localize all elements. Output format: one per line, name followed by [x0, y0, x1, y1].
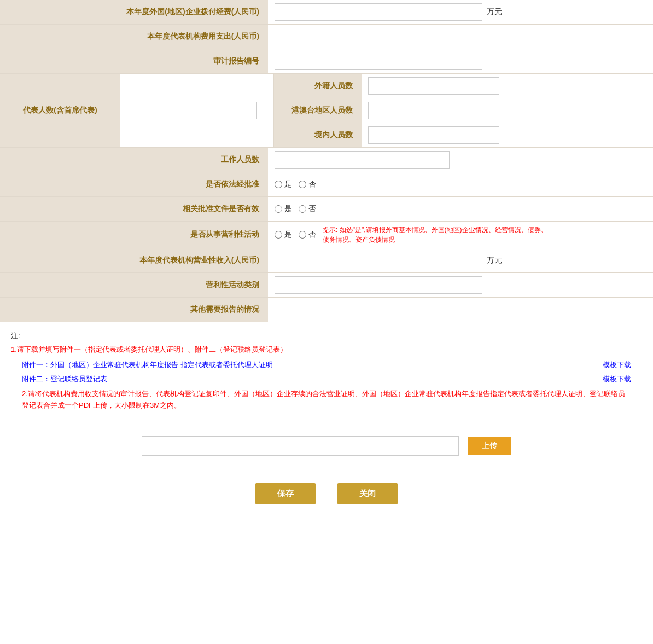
approval-valid-radio-group: 是 否	[275, 201, 316, 217]
notes-title: 注:	[11, 331, 642, 341]
foreign-expense-label: 本年度外国(地区)企业拨付经费(人民币)	[0, 0, 268, 24]
approval-valid-row: 相关批准文件是否有效 是 否	[0, 197, 653, 222]
approval-valid-no-label: 否	[308, 204, 316, 214]
attachment1-download[interactable]: 模板下载	[603, 360, 631, 370]
hmt-staff-input-cell	[362, 98, 653, 123]
approval-valid-yes[interactable]: 是	[275, 204, 292, 214]
commercial-type-row: 营利性活动类别	[0, 273, 653, 298]
commercial-type-input-cell	[268, 273, 653, 297]
domestic-staff-input-cell	[362, 123, 653, 147]
legally-approved-yes[interactable]: 是	[275, 179, 292, 189]
rep-office-expense-row: 本年度代表机构费用支出(人民币)	[0, 25, 653, 49]
foreign-staff-label: 外籍人员数	[274, 74, 362, 98]
attachment1-link[interactable]: 附件一：外国（地区）企业常驻代表机构年度报告 指定代表或者委托代理人证明	[22, 360, 273, 370]
upload-file-input[interactable]	[142, 436, 459, 456]
approval-valid-radio-cell: 是 否	[268, 197, 653, 221]
rep-office-revenue-input-cell: 万元	[268, 248, 653, 272]
legally-approved-no-label: 否	[308, 179, 316, 189]
audit-report-label: 审计报告编号	[0, 49, 268, 73]
notes-item2: 2.请将代表机构费用收支情况的审计报告、代表机构登记证复印件、外国（地区）企业存…	[11, 388, 642, 411]
rep-office-expense-input[interactable]	[275, 28, 482, 45]
close-button[interactable]: 关闭	[337, 483, 398, 504]
approval-valid-no-radio[interactable]	[299, 205, 306, 213]
hmt-staff-label: 港澳台地区人员数	[274, 98, 362, 123]
commercial-yes[interactable]: 是	[275, 230, 292, 240]
commercial-radio-group: 是 否	[275, 227, 316, 243]
domestic-staff-row: 境内人员数	[274, 123, 653, 147]
legally-approved-row: 是否依法经批准 是 否	[0, 172, 653, 197]
hmt-staff-row: 港澳台地区人员数	[274, 98, 653, 123]
legally-approved-yes-radio[interactable]	[275, 181, 282, 188]
upload-button[interactable]: 上传	[468, 437, 511, 455]
attachment1-row: 附件一：外国（地区）企业常驻代表机构年度报告 指定代表或者委托代理人证明 模板下…	[11, 360, 642, 370]
domestic-staff-input[interactable]	[368, 126, 499, 144]
rep-count-input-cell	[120, 74, 273, 147]
legally-approved-radio-group: 是 否	[275, 176, 316, 193]
commercial-label: 是否从事营利性活动	[0, 222, 268, 248]
worker-count-label: 工作人员数	[0, 148, 268, 172]
rep-right-section: 外籍人员数 港澳台地区人员数 境内人员数	[273, 74, 653, 147]
attachment2-download[interactable]: 模板下载	[603, 374, 631, 384]
bottom-buttons: 保存 关闭	[0, 472, 653, 515]
foreign-staff-input[interactable]	[368, 77, 499, 95]
other-report-label: 其他需要报告的情况	[0, 298, 268, 322]
upload-section: 上传	[0, 425, 653, 467]
legally-approved-no[interactable]: 否	[299, 179, 316, 189]
commercial-yes-label: 是	[284, 230, 292, 240]
commercial-row: 是否从事营利性活动 是 否 提示: 如选"是",请填报外商基本情况、外国(地区)…	[0, 222, 653, 248]
rep-office-expense-input-cell	[268, 25, 653, 49]
worker-count-input-cell	[268, 148, 653, 172]
rep-office-revenue-label: 本年度代表机构营业性收入(人民币)	[0, 248, 268, 272]
other-report-row: 其他需要报告的情况	[0, 298, 653, 322]
commercial-input-cell: 是 否 提示: 如选"是",请填报外商基本情况、外国(地区)企业情况、经营情况、…	[268, 222, 653, 248]
rep-office-revenue-input[interactable]	[275, 252, 482, 269]
save-button[interactable]: 保存	[255, 483, 316, 504]
notes-item1: 1.请下载并填写附件一（指定代表或者委托代理人证明）、附件二（登记联络员登记表）	[11, 344, 642, 356]
domestic-staff-label: 境内人员数	[274, 123, 362, 147]
commercial-type-input[interactable]	[275, 276, 482, 294]
rep-count-input[interactable]	[137, 102, 257, 119]
notes-section: 注: 1.请下载并填写附件一（指定代表或者委托代理人证明）、附件二（登记联络员登…	[0, 322, 653, 420]
other-report-input-cell	[268, 298, 653, 322]
foreign-staff-input-cell	[362, 74, 653, 98]
attachment2-row: 附件二：登记联络员登记表 模板下载	[11, 374, 642, 384]
foreign-expense-input-cell: 万元	[268, 0, 653, 24]
commercial-type-label: 营利性活动类别	[0, 273, 268, 297]
commercial-no[interactable]: 否	[299, 230, 316, 240]
hmt-staff-input[interactable]	[368, 102, 499, 119]
rep-count-row: 代表人数(含首席代表) 外籍人员数 港澳台地区人员数 境内人员数	[0, 74, 653, 148]
commercial-no-radio[interactable]	[299, 231, 306, 239]
rep-office-expense-label: 本年度代表机构费用支出(人民币)	[0, 25, 268, 49]
approval-valid-label: 相关批准文件是否有效	[0, 197, 268, 221]
legally-approved-radio-cell: 是 否	[268, 172, 653, 196]
rep-count-label: 代表人数(含首席代表)	[0, 74, 120, 147]
worker-count-row: 工作人员数	[0, 148, 653, 172]
foreign-expense-row: 本年度外国(地区)企业拨付经费(人民币) 万元	[0, 0, 653, 25]
rep-office-revenue-row: 本年度代表机构营业性收入(人民币) 万元	[0, 248, 653, 273]
form-container: 本年度外国(地区)企业拨付经费(人民币) 万元 本年度代表机构费用支出(人民币)…	[0, 0, 653, 515]
commercial-no-label: 否	[308, 230, 316, 240]
legally-approved-yes-label: 是	[284, 179, 292, 189]
attachment2-link[interactable]: 附件二：登记联络员登记表	[22, 374, 107, 384]
foreign-staff-row: 外籍人员数	[274, 74, 653, 98]
audit-report-row: 审计报告编号	[0, 49, 653, 74]
audit-report-input-cell	[268, 49, 653, 73]
legally-approved-label: 是否依法经批准	[0, 172, 268, 196]
foreign-expense-unit: 万元	[487, 7, 502, 17]
audit-report-input[interactable]	[275, 53, 482, 70]
rep-office-revenue-unit: 万元	[487, 256, 502, 265]
approval-valid-yes-label: 是	[284, 204, 292, 214]
other-report-input[interactable]	[275, 301, 482, 318]
legally-approved-no-radio[interactable]	[299, 181, 306, 188]
commercial-yes-radio[interactable]	[275, 231, 282, 239]
approval-valid-no[interactable]: 否	[299, 204, 316, 214]
approval-valid-yes-radio[interactable]	[275, 205, 282, 213]
foreign-expense-input[interactable]	[275, 3, 482, 21]
commercial-tip: 提示: 如选"是",请填报外商基本情况、外国(地区)企业情况、经营情况、债券、债…	[323, 225, 552, 245]
worker-count-input[interactable]	[275, 151, 450, 169]
